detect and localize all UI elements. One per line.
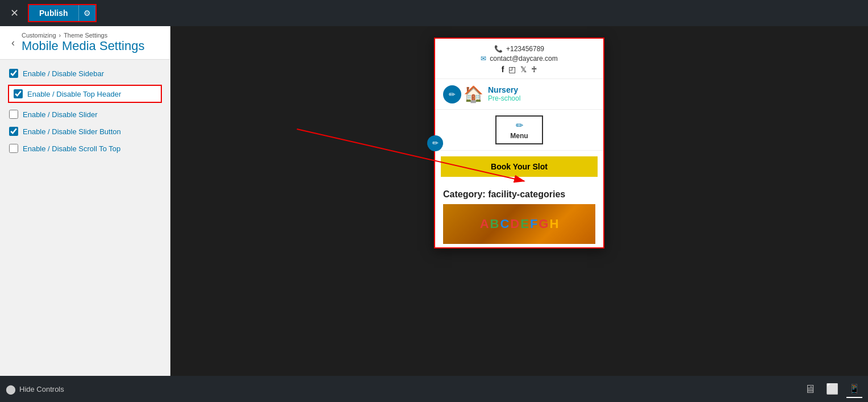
preview-category-image: A B C D E F G H [443,204,595,244]
logo-building-icon: 🏠 [464,85,483,103]
logo-icon-wrap: ✏ 🏠 [443,85,483,103]
mobile-preview-wrap: 📞 +123456789 ✉ contact@daycare.com f ◰ 𝕏… [434,38,604,248]
phone-icon: 📞 [494,45,503,53]
preview-logo-area: ✏ 🏠 Nursery Pre-school [435,79,603,110]
logo-preschool-text: Pre-school [488,95,520,102]
label-enable-sidebar[interactable]: Enable / Disable Sidebar [23,69,104,78]
breadcrumb-theme-settings[interactable]: Theme Settings [64,32,107,39]
mobile-preview: 📞 +123456789 ✉ contact@daycare.com f ◰ 𝕏… [434,38,604,248]
bottom-bar: ⬤ Hide Controls 🖥 ⬜ 📱 [0,376,868,402]
checkbox-enable-slider-button[interactable] [9,127,18,136]
breadcrumb-separator: › [59,32,61,39]
back-button[interactable]: ‹ [8,36,18,50]
preview-category: Category: facility-categories A B C D E … [435,183,603,247]
hide-controls-button[interactable]: ⬤ Hide Controls [6,384,64,395]
publish-gear-group: Publish ⚙ [28,4,97,22]
preview-category-title: Category: facility-categories [443,189,595,200]
pinterest-icon: ♰ [531,65,537,74]
preview-email-address: contact@daycare.com [490,55,558,63]
sidebar-header: ‹ Customizing › Theme Settings Mobile Me… [0,26,170,60]
instagram-icon: ◰ [508,65,516,74]
hide-controls-circle: ⬤ [6,384,16,395]
label-enable-top-header[interactable]: Enable / Disable Top Header [27,90,121,98]
book-slot-button[interactable]: Book Your Slot [441,156,598,177]
page-title: Mobile Media Settings [22,39,144,53]
checkbox-enable-scroll-top[interactable] [9,144,18,153]
desktop-view-button[interactable]: 🖥 [802,380,818,398]
main-layout: ‹ Customizing › Theme Settings Mobile Me… [0,26,868,376]
checkbox-enable-slider[interactable] [9,110,18,119]
gear-button[interactable]: ⚙ [78,5,95,21]
preview-top-header: 📞 +123456789 ✉ contact@daycare.com f ◰ 𝕏… [435,39,603,79]
logo-nursery-text: Nursery [488,86,520,94]
publish-button[interactable]: Publish [29,5,78,21]
twitter-icon: 𝕏 [520,65,527,74]
label-enable-slider-button[interactable]: Enable / Disable Slider Button [23,127,121,136]
checkbox-enable-sidebar[interactable] [9,69,18,78]
menu-button[interactable]: ✏ Menu [495,115,542,144]
breadcrumb-customizing[interactable]: Customizing [22,32,56,39]
alphabet-display: A B C D E F G H [480,217,559,231]
logo-text-wrap: Nursery Pre-school [488,86,520,102]
preview-phone-number: +123456789 [506,45,544,53]
view-icons: 🖥 ⬜ 📱 [802,380,862,398]
sidebar: ‹ Customizing › Theme Settings Mobile Me… [0,26,170,376]
control-item-enable-slider: Enable / Disable Slider [9,110,161,119]
sidebar-title-block: Customizing › Theme Settings Mobile Medi… [22,32,144,53]
menu-button-label: Menu [510,132,528,140]
preview-social-icons: f ◰ 𝕏 ♰ [441,65,598,74]
sidebar-controls: Enable / Disable SidebarEnable / Disable… [0,60,170,376]
control-item-enable-scroll-top: Enable / Disable Scroll To Top [9,144,161,153]
mobile-view-button[interactable]: 📱 [846,380,862,398]
preview-phone-row: 📞 +123456789 [441,45,598,53]
preview-area: 📞 +123456789 ✉ contact@daycare.com f ◰ 𝕏… [170,26,868,376]
preview-email-row: ✉ contact@daycare.com [441,55,598,63]
menu-pencil-icon: ✏ [516,120,523,131]
control-item-enable-top-header: Enable / Disable Top Header [8,85,162,103]
email-icon: ✉ [481,55,486,63]
control-item-enable-sidebar: Enable / Disable Sidebar [9,69,161,78]
preview-edit-button[interactable]: ✏ [427,135,443,151]
top-bar: ✕ Publish ⚙ [0,0,868,26]
control-item-enable-slider-button: Enable / Disable Slider Button [9,127,161,136]
preview-menu-area: ✏ Menu [435,110,603,151]
label-enable-scroll-top[interactable]: Enable / Disable Scroll To Top [23,144,120,153]
close-button[interactable]: ✕ [6,5,23,22]
tablet-view-button[interactable]: ⬜ [824,380,841,398]
label-enable-slider[interactable]: Enable / Disable Slider [23,110,98,119]
checkbox-enable-top-header[interactable] [14,89,23,98]
breadcrumb: Customizing › Theme Settings [22,32,144,39]
facebook-icon: f [502,65,504,74]
hide-controls-label: Hide Controls [19,385,64,393]
logo-circle-icon: ✏ [443,85,461,103]
